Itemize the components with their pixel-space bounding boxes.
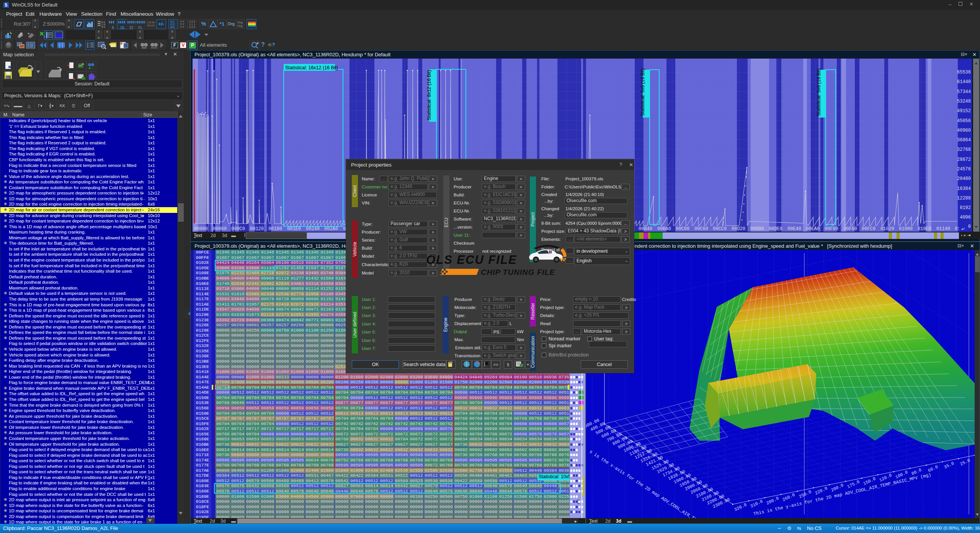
svg-text:Statistical: 5x6 (16 Bit): Statistical: 5x6 (16 Bit) [816, 69, 822, 116]
svg-text:F→: F→ [89, 67, 94, 70]
svg-text:Statistical: 5x6 (16 Bit): Statistical: 5x6 (16 Bit) [640, 69, 645, 116]
svg-text:B E: B E [101, 26, 105, 28]
svg-text:Statistical: 8x12 (16 Bit): Statistical: 8x12 (16 Bit) [426, 70, 432, 120]
svg-text:Dir: Dir [6, 77, 9, 79]
svg-text:Statistical: 16x12 (16 Bit): Statistical: 16x12 (16 Bit) [285, 65, 338, 70]
